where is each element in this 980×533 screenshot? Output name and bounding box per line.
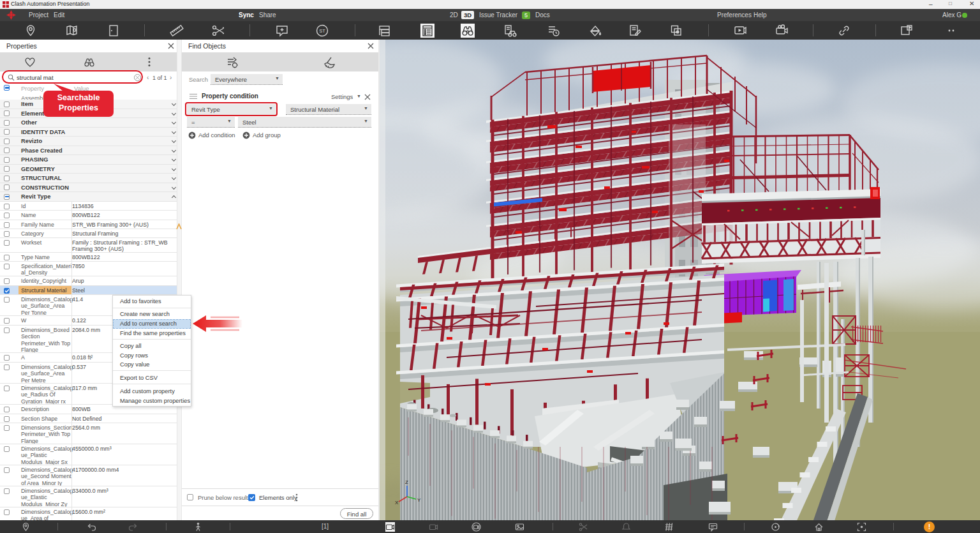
svg-text:Searchable: Searchable xyxy=(57,93,100,102)
svg-text:ST: ST xyxy=(319,28,325,34)
svg-text:Z: Z xyxy=(405,479,408,485)
svg-text:X: X xyxy=(395,500,399,506)
svg-text:Y: Y xyxy=(417,497,421,503)
svg-text:Properties: Properties xyxy=(59,103,98,112)
